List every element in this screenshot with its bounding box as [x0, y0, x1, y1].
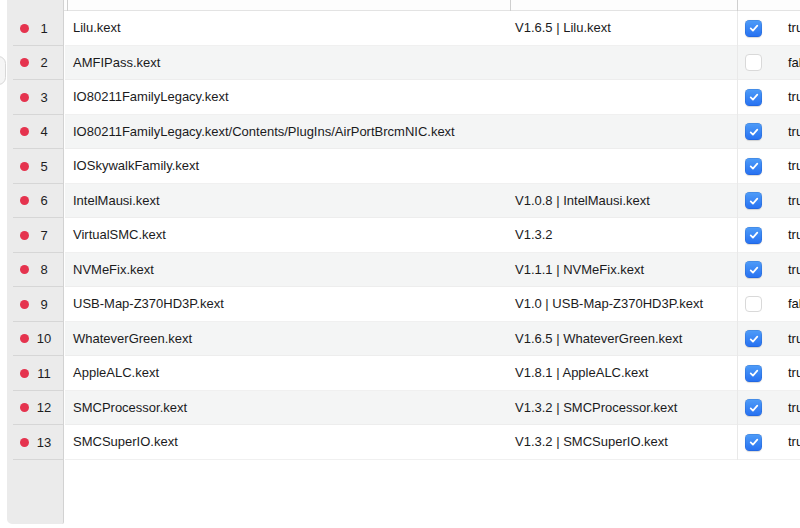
- bundle-version-cell: V1.6.5 | WhateverGreen.kext: [515, 322, 682, 356]
- table-row[interactable]: AMFIPass.kext false: [65, 46, 800, 81]
- header-column-divider: [510, 0, 511, 11]
- checkbox-column-divider: [737, 11, 738, 460]
- table-row[interactable]: WhateverGreen.kext V1.6.5 | WhateverGree…: [65, 322, 800, 357]
- row-selector[interactable]: 13: [7, 425, 63, 460]
- row-selector[interactable]: 10: [7, 322, 63, 357]
- enabled-checkbox[interactable]: [745, 296, 762, 313]
- kext-name-cell: WhateverGreen.kext: [73, 322, 192, 356]
- table-rows: Lilu.kext V1.6.5 | Lilu.kext true AMFIPa…: [65, 11, 800, 460]
- enabled-checkbox[interactable]: [745, 365, 762, 382]
- row-number: 12: [34, 400, 54, 415]
- table-header-sliver: [7, 0, 800, 11]
- row-selector[interactable]: 7: [7, 218, 63, 253]
- enabled-checkbox[interactable]: [745, 227, 762, 244]
- row-number: 6: [34, 193, 54, 208]
- enabled-value-cell: true: [788, 391, 800, 425]
- bundle-version-cell: V1.0 | USB-Map-Z370HD3P.kext: [515, 287, 703, 321]
- bundle-version-cell: V1.3.2 | SMCSuperIO.kext: [515, 425, 668, 459]
- status-dot-icon: [20, 369, 29, 378]
- row-selector[interactable]: 6: [7, 184, 63, 219]
- kext-name-cell: VirtualSMC.kext: [73, 218, 166, 252]
- enabled-checkbox[interactable]: [745, 330, 762, 347]
- status-dot-icon: [20, 127, 29, 136]
- cutoff-edge-control[interactable]: [0, 56, 6, 85]
- enabled-value-cell: true: [788, 149, 800, 183]
- kext-name-cell: IOSkywalkFamily.kext: [73, 149, 199, 183]
- bundle-version-cell: V1.3.2: [515, 218, 553, 252]
- enabled-checkbox[interactable]: [745, 434, 762, 451]
- enabled-checkbox[interactable]: [745, 261, 762, 278]
- row-number: 13: [34, 435, 54, 450]
- table-row[interactable]: NVMeFix.kext V1.1.1 | NVMeFix.kext true: [65, 253, 800, 288]
- table-row[interactable]: USB-Map-Z370HD3P.kext V1.0 | USB-Map-Z37…: [65, 287, 800, 322]
- table-row[interactable]: IO80211FamilyLegacy.kext/Contents/PlugIn…: [65, 115, 800, 150]
- kext-name-cell: SMCProcessor.kext: [73, 391, 187, 425]
- table-row[interactable]: IO80211FamilyLegacy.kext true: [65, 80, 800, 115]
- row-number: 10: [34, 331, 54, 346]
- enabled-value-cell: false: [788, 46, 800, 80]
- enabled-value-cell: true: [788, 322, 800, 356]
- status-dot-icon: [20, 300, 29, 309]
- status-dot-icon: [20, 403, 29, 412]
- enabled-checkbox[interactable]: [745, 54, 762, 71]
- kext-name-cell: SMCSuperIO.kext: [73, 425, 178, 459]
- row-number: 1: [34, 21, 54, 36]
- table-row[interactable]: IntelMausi.kext V1.0.8 | IntelMausi.kext…: [65, 184, 800, 219]
- gutter-cells: 1 2 3 4 5 6 7 8 9 10 11: [7, 11, 63, 460]
- row-number: 7: [34, 228, 54, 243]
- row-number: 4: [34, 124, 54, 139]
- kext-table-view: 1 2 3 4 5 6 7 8 9 10 11: [0, 0, 800, 528]
- status-dot-icon: [20, 334, 29, 343]
- enabled-value-cell: true: [788, 80, 800, 114]
- kext-name-cell: NVMeFix.kext: [73, 253, 154, 287]
- table-row[interactable]: VirtualSMC.kext V1.3.2 true: [65, 218, 800, 253]
- table-row[interactable]: SMCSuperIO.kext V1.3.2 | SMCSuperIO.kext…: [65, 425, 800, 460]
- enabled-checkbox[interactable]: [745, 192, 762, 209]
- kext-name-cell: IntelMausi.kext: [73, 184, 160, 218]
- row-selector[interactable]: 4: [7, 115, 63, 150]
- row-number: 5: [34, 159, 54, 174]
- row-selector[interactable]: 3: [7, 80, 63, 115]
- status-dot-icon: [20, 58, 29, 67]
- enabled-checkbox[interactable]: [745, 123, 762, 140]
- enabled-checkbox[interactable]: [745, 399, 762, 416]
- row-number: 3: [34, 90, 54, 105]
- enabled-value-cell: true: [788, 356, 800, 390]
- table-row[interactable]: SMCProcessor.kext V1.3.2 | SMCProcessor.…: [65, 391, 800, 426]
- enabled-value-cell: true: [788, 184, 800, 218]
- row-number: 2: [34, 55, 54, 70]
- header-column-divider: [67, 0, 68, 11]
- row-selector[interactable]: 1: [7, 11, 63, 46]
- row-selector[interactable]: 5: [7, 149, 63, 184]
- row-selector[interactable]: 2: [7, 46, 63, 81]
- row-selector[interactable]: 8: [7, 253, 63, 288]
- header-column-divider: [737, 0, 738, 11]
- kext-name-cell: AppleALC.kext: [73, 356, 159, 390]
- row-selector[interactable]: 12: [7, 391, 63, 426]
- kext-name-cell: IO80211FamilyLegacy.kext: [73, 80, 229, 114]
- row-number: 8: [34, 262, 54, 277]
- row-selector[interactable]: 11: [7, 356, 63, 391]
- bundle-version-cell: V1.8.1 | AppleALC.kext: [515, 356, 648, 390]
- enabled-value-cell: true: [788, 218, 800, 252]
- enabled-checkbox[interactable]: [745, 89, 762, 106]
- bundle-version-cell: V1.6.5 | Lilu.kext: [515, 11, 611, 45]
- status-dot-icon: [20, 231, 29, 240]
- row-selector[interactable]: 9: [7, 287, 63, 322]
- enabled-checkbox[interactable]: [745, 158, 762, 175]
- enabled-value-cell: true: [788, 115, 800, 149]
- enabled-checkbox[interactable]: [745, 20, 762, 37]
- status-dot-icon: [20, 196, 29, 205]
- table-row[interactable]: Lilu.kext V1.6.5 | Lilu.kext true: [65, 11, 800, 46]
- row-number-gutter: 1 2 3 4 5 6 7 8 9 10 11: [7, 0, 64, 524]
- status-dot-icon: [20, 438, 29, 447]
- enabled-value-cell: true: [788, 253, 800, 287]
- status-dot-icon: [20, 265, 29, 274]
- bundle-version-cell: V1.3.2 | SMCProcessor.kext: [515, 391, 677, 425]
- table-row[interactable]: IOSkywalkFamily.kext true: [65, 149, 800, 184]
- kext-name-cell: Lilu.kext: [73, 11, 121, 45]
- kext-name-cell: USB-Map-Z370HD3P.kext: [73, 287, 224, 321]
- enabled-value-cell: true: [788, 425, 800, 459]
- table-row[interactable]: AppleALC.kext V1.8.1 | AppleALC.kext tru…: [65, 356, 800, 391]
- status-dot-icon: [20, 24, 29, 33]
